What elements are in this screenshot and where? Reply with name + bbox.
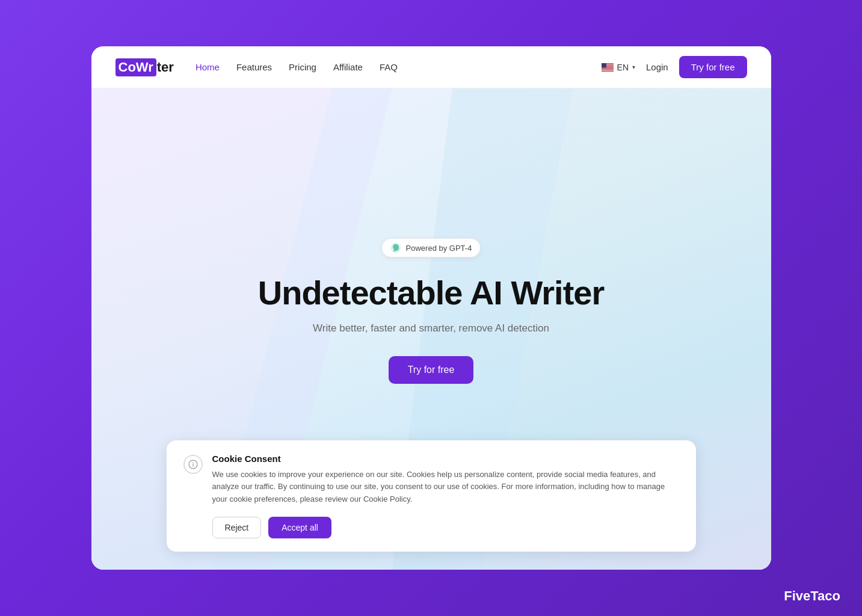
accept-all-button[interactable]: Accept all: [268, 517, 331, 538]
lang-selector[interactable]: EN ▾: [602, 63, 635, 72]
app-container: CoWrter Home Features Pricing Affiliate …: [91, 46, 771, 570]
nav-links: Home Features Pricing Affiliate FAQ: [195, 62, 602, 72]
cookie-banner: Cookie Consent We use cookies to improve…: [167, 440, 696, 552]
hero-content: Powered by GPT-4 Undetectable AI Writer …: [246, 214, 616, 408]
svg-rect-11: [602, 70, 614, 70]
try-free-nav-button[interactable]: Try for free: [679, 56, 747, 78]
gpt-icon: [390, 242, 401, 253]
svg-rect-8: [602, 68, 614, 69]
cookie-actions: Reject Accept all: [212, 517, 679, 538]
nav-right: EN ▾ Login Try for free: [602, 56, 747, 78]
chevron-down-icon: ▾: [632, 64, 635, 70]
badge-text: Powered by GPT-4: [406, 244, 472, 253]
fivetaco-watermark: FiveTaco: [784, 588, 840, 604]
reject-button[interactable]: Reject: [212, 517, 262, 538]
flag-icon: [602, 63, 614, 72]
nav-home[interactable]: Home: [195, 62, 220, 72]
powered-badge: Powered by GPT-4: [381, 238, 481, 257]
cookie-title: Cookie Consent: [212, 454, 679, 464]
svg-rect-7: [602, 67, 614, 68]
hero-title: Undetectable AI Writer: [258, 274, 604, 312]
cookie-header: Cookie Consent We use cookies to improve…: [183, 454, 679, 506]
lang-label: EN: [617, 63, 629, 72]
svg-point-19: [192, 462, 194, 463]
svg-rect-12: [602, 63, 606, 68]
logo[interactable]: CoWrter: [115, 58, 174, 76]
hero-section: Powered by GPT-4 Undetectable AI Writer …: [91, 88, 771, 570]
nav-faq[interactable]: FAQ: [380, 62, 398, 72]
login-button[interactable]: Login: [646, 62, 668, 72]
cookie-text-block: Cookie Consent We use cookies to improve…: [212, 454, 679, 506]
cookie-description: We use cookies to improve your experienc…: [212, 469, 679, 506]
nav-pricing[interactable]: Pricing: [289, 62, 316, 72]
svg-rect-9: [602, 69, 614, 69]
navbar: CoWrter Home Features Pricing Affiliate …: [91, 46, 771, 88]
logo-rest: ter: [157, 60, 174, 75]
nav-affiliate[interactable]: Affiliate: [333, 62, 363, 72]
cookie-icon: [183, 455, 203, 474]
nav-features[interactable]: Features: [236, 62, 272, 72]
logo-highlight: CoWr: [115, 58, 156, 76]
try-free-hero-button[interactable]: Try for free: [389, 356, 474, 384]
info-icon: [188, 460, 198, 469]
hero-subtitle: Write better, faster and smarter, remove…: [313, 322, 549, 334]
svg-rect-10: [602, 69, 614, 70]
